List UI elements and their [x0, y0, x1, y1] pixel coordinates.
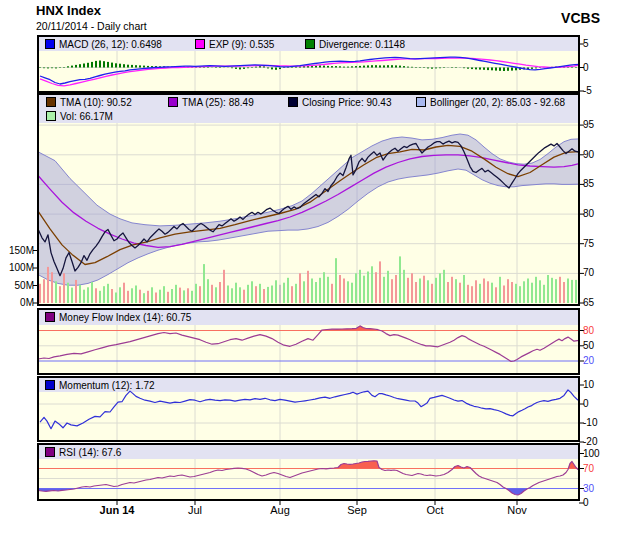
divergence-bar: [535, 68, 537, 69]
volume-bar: [131, 288, 133, 303]
divergence-bar: [351, 66, 353, 67]
divergence-bar: [279, 68, 281, 70]
divergence-bar: [371, 65, 373, 67]
divergence-bar: [271, 68, 273, 70]
divergence-bar: [119, 64, 121, 68]
volume-bar: [395, 275, 397, 303]
divergence-bar: [431, 68, 433, 69]
divergence-bar: [83, 64, 85, 68]
volume-bar: [123, 283, 125, 303]
volume-bar: [75, 280, 77, 303]
volume-bar: [455, 279, 457, 303]
volume-bar: [507, 279, 509, 303]
divergence-bar: [235, 68, 237, 69]
volume-bar: [255, 286, 257, 303]
divergence-bar: [319, 65, 321, 67]
divergence-bar: [499, 68, 501, 71]
volume-bar: [495, 287, 497, 303]
volume-bar: [247, 285, 249, 303]
legend-strip: [39, 378, 578, 392]
volume-bar: [319, 278, 321, 303]
volume-bar: [471, 286, 473, 303]
volume-bar: [63, 273, 65, 303]
divergence-bar: [263, 66, 265, 67]
divergence-bar: [495, 68, 497, 71]
legend-strip: [39, 95, 578, 123]
divergence-bar: [395, 65, 397, 67]
volume-bar: [407, 278, 409, 303]
divergence-bar: [267, 68, 269, 69]
volume-bar: [363, 276, 365, 303]
divergence-bar: [575, 67, 577, 68]
divergence-bar: [239, 68, 241, 70]
volume-bar: [439, 273, 441, 303]
volume-bar: [175, 285, 177, 303]
divergence-bar: [479, 68, 481, 70]
divergence-bar: [123, 64, 125, 67]
divergence-bar: [107, 62, 109, 68]
divergence-bar: [503, 68, 505, 72]
divergence-bar: [539, 68, 541, 69]
volume-bar: [311, 279, 313, 304]
volume-bar: [519, 286, 521, 303]
volume-bar: [339, 275, 341, 303]
volume-bar: [359, 270, 361, 303]
volume-bar: [539, 280, 541, 303]
volume-bar: [115, 293, 117, 304]
volume-bar: [107, 284, 109, 303]
volume-bar: [291, 286, 293, 303]
volume-bar: [135, 286, 137, 304]
divergence-bar: [335, 66, 337, 67]
divergence-bar: [355, 66, 357, 67]
volume-bar: [387, 271, 389, 303]
divergence-bar: [231, 68, 233, 69]
volume-bar: [83, 290, 85, 303]
volume-bar: [535, 277, 537, 303]
divergence-bar: [455, 67, 457, 68]
divergence-bar: [379, 65, 381, 67]
volume-bar: [415, 282, 417, 303]
divergence-bar: [147, 66, 149, 68]
volume-bar: [323, 272, 325, 303]
volume-bar: [55, 281, 57, 303]
divergence-bar: [219, 67, 221, 68]
volume-bar: [523, 281, 525, 303]
volume-bar: [467, 285, 469, 303]
volume-bar: [567, 279, 569, 304]
divergence-bar: [407, 67, 409, 68]
divergence-bar: [427, 68, 429, 69]
divergence-bar: [139, 65, 141, 67]
volume-bar: [371, 266, 373, 303]
volume-bar: [491, 283, 493, 303]
volume-bar: [403, 270, 405, 303]
volume-bar: [423, 276, 425, 303]
volume-bar: [331, 284, 333, 303]
divergence-bar: [471, 68, 473, 70]
divergence-bar: [59, 68, 61, 69]
volume-bar: [243, 290, 245, 303]
divergence-bar: [43, 68, 45, 69]
volume-bar: [551, 278, 553, 303]
volume-bar: [483, 279, 485, 304]
volume-bar: [167, 292, 169, 303]
divergence-bar: [51, 68, 53, 69]
divergence-bar: [451, 67, 453, 68]
divergence-bar: [247, 68, 249, 69]
divergence-bar: [403, 66, 405, 67]
volume-bar: [51, 272, 53, 303]
volume-bar: [367, 272, 369, 304]
divergence-bar: [363, 66, 365, 68]
volume-bar: [279, 285, 281, 303]
volume-bar: [327, 277, 329, 303]
volume-bar: [307, 271, 309, 303]
volume-bar: [39, 284, 41, 303]
volume-bar: [95, 288, 97, 303]
volume-bar: [199, 286, 201, 303]
volume-bar: [419, 279, 421, 304]
volume-bar: [563, 282, 565, 303]
volume-bar: [207, 279, 209, 303]
volume-bar: [231, 288, 233, 303]
volume-bar: [499, 277, 501, 303]
volume-bar: [447, 282, 449, 303]
volume-bar: [559, 277, 561, 303]
